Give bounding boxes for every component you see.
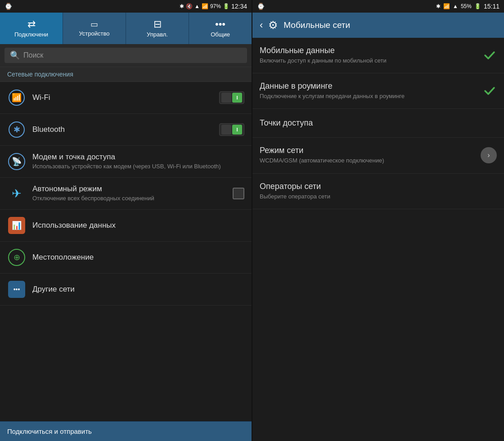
back-button[interactable]: ‹ bbox=[260, 19, 263, 31]
connections-icon: ⇄ bbox=[27, 19, 36, 29]
data-square: 📊 bbox=[8, 217, 25, 234]
bottom-bar[interactable]: Подключиться и отправить bbox=[0, 421, 252, 441]
location-icon-wrap: ⊕ bbox=[7, 248, 26, 267]
right-battery-percent: 55% bbox=[461, 3, 472, 9]
datausage-icon: 📊 bbox=[12, 220, 22, 230]
signal-bars-icon: 📶 bbox=[202, 3, 208, 9]
tab-manage-label: Управл. bbox=[147, 31, 168, 38]
accesspoints-item[interactable]: Точки доступа bbox=[252, 109, 504, 138]
wifi-toggle[interactable]: I bbox=[219, 91, 244, 104]
location-circle: ⊕ bbox=[8, 249, 25, 266]
wifi-title: Wi-Fi bbox=[32, 93, 219, 102]
tab-general-label: Общие bbox=[211, 31, 230, 38]
othernets-icon: ••• bbox=[14, 286, 20, 293]
right-header: ‹ ⚙ Мобильные сети bbox=[252, 13, 504, 38]
modem-text: Модем и точка доступа Использовать устро… bbox=[32, 153, 244, 171]
airplane-icon: ✈ bbox=[12, 187, 22, 201]
location-item[interactable]: ⊕ Местоположение bbox=[0, 242, 252, 274]
bluetooth-title: Bluetooth bbox=[32, 125, 219, 134]
modem-icon: 📡 bbox=[12, 157, 22, 166]
location-title: Местоположение bbox=[32, 253, 244, 262]
settings-gear-icon: ⚙ bbox=[268, 19, 278, 32]
networkmode-chevron[interactable]: › bbox=[481, 147, 497, 163]
accesspoints-title: Точки доступа bbox=[260, 118, 497, 128]
wifi-icon: 📶 bbox=[12, 93, 22, 103]
airplane-checkbox[interactable] bbox=[233, 188, 244, 199]
datausage-title: Использование данных bbox=[32, 221, 244, 230]
mute-icon: 🔇 bbox=[186, 3, 193, 9]
wifi-icon-wrap: 📶 bbox=[7, 88, 26, 107]
right-signal-icon: ▲ bbox=[453, 3, 458, 9]
search-bar: 🔍 bbox=[0, 44, 252, 67]
bluetooth-icon-wrap: ✱ bbox=[7, 120, 26, 139]
airplane-text: Автономный режим Отключение всех беспров… bbox=[32, 184, 233, 202]
othernets-icon-wrap: ••• bbox=[7, 280, 26, 299]
othernets-item[interactable]: ••• Другие сети bbox=[0, 274, 252, 306]
modem-item[interactable]: 📡 Модем и точка доступа Использовать уст… bbox=[0, 146, 252, 178]
roaming-subtitle: Подключение к услугам передачи данных в … bbox=[260, 92, 482, 100]
networkmode-subtitle: WCDMA/GSM (автоматическое подключение) bbox=[260, 157, 481, 165]
wifi-circle: 📶 bbox=[9, 90, 25, 106]
networkmode-title: Режим сети bbox=[260, 146, 481, 155]
status-bar-left-icons: ⌚ bbox=[4, 3, 12, 10]
left-time: 12:34 bbox=[231, 3, 247, 10]
modem-subtitle: Использовать устройство как модем (через… bbox=[32, 162, 244, 171]
mobiledata-item[interactable]: Мобильные данные Включить доступ к данны… bbox=[252, 38, 504, 73]
networkmode-text: Режим сети WCDMA/GSM (автоматическое под… bbox=[260, 146, 481, 165]
bottom-bar-text: Подключиться и отправить bbox=[7, 428, 92, 435]
airplane-icon-wrap: ✈ bbox=[7, 184, 26, 203]
operators-text: Операторы сети Выберите оператора сети bbox=[260, 182, 497, 201]
tab-manage[interactable]: ⊟ Управл. bbox=[126, 13, 189, 44]
wifi-text: Wi-Fi bbox=[32, 93, 219, 102]
bluetooth-item[interactable]: ✱ Bluetooth I bbox=[0, 114, 252, 146]
location-icon: ⊕ bbox=[14, 252, 20, 262]
search-input[interactable] bbox=[23, 51, 242, 59]
airplane-item[interactable]: ✈ Автономный режим Отключение всех беспр… bbox=[0, 178, 252, 210]
right-status-left: ⌚ bbox=[257, 2, 265, 10]
datausage-text: Использование данных bbox=[32, 221, 244, 230]
tab-device[interactable]: ▭ Устройство bbox=[63, 13, 126, 44]
status-bar-right-icons: ✱ 🔇 ▲ 📶 97% 🔋 12:34 bbox=[180, 3, 247, 10]
networkmode-item[interactable]: Режим сети WCDMA/GSM (автоматическое под… bbox=[252, 138, 504, 173]
airplane-title: Автономный режим bbox=[32, 184, 233, 194]
right-bt-icon: ✱ bbox=[436, 3, 441, 9]
right-header-title: Мобильные сети bbox=[284, 20, 350, 30]
roaming-item[interactable]: Данные в роуминге Подключение к услугам … bbox=[252, 73, 504, 109]
tab-connections-label: Подключени bbox=[14, 31, 48, 38]
right-battery-icon: 🔋 bbox=[474, 3, 481, 9]
bluetooth-status-icon: ✱ bbox=[180, 3, 184, 9]
tab-device-label: Устройство bbox=[79, 30, 109, 37]
datausage-item[interactable]: 📊 Использование данных bbox=[0, 210, 252, 242]
mobiledata-checkmark bbox=[482, 48, 497, 63]
operators-title: Операторы сети bbox=[260, 182, 497, 191]
more-square: ••• bbox=[8, 281, 25, 298]
battery-percent: 97% bbox=[210, 3, 221, 9]
datausage-icon-wrap: 📊 bbox=[7, 216, 26, 235]
battery-icon: 🔋 bbox=[223, 3, 230, 9]
location-text: Местоположение bbox=[32, 253, 244, 262]
othernets-title: Другие сети bbox=[32, 285, 244, 294]
right-time: 15:11 bbox=[484, 3, 500, 10]
operators-item[interactable]: Операторы сети Выберите оператора сети bbox=[252, 174, 504, 209]
wifi-item[interactable]: 📶 Wi-Fi I bbox=[0, 82, 252, 114]
mobiledata-subtitle: Включить доступ к данным по мобильной се… bbox=[260, 57, 482, 65]
right-settings-list: Мобильные данные Включить доступ к данны… bbox=[252, 38, 504, 441]
left-settings-list: 📶 Wi-Fi I ✱ Bluetooth I bbox=[0, 82, 252, 421]
tab-connections[interactable]: ⇄ Подключени bbox=[0, 13, 63, 44]
modem-title: Модем и точка доступа bbox=[32, 153, 244, 162]
bluetooth-toggle[interactable]: I bbox=[219, 123, 244, 136]
bluetooth-text: Bluetooth bbox=[32, 125, 219, 134]
right-status-right: ✱ 📶 ▲ 55% 🔋 15:11 bbox=[436, 3, 500, 10]
roaming-title: Данные в роуминге bbox=[260, 81, 482, 91]
modem-icon-wrap: 📡 bbox=[7, 152, 26, 171]
airplane-subtitle: Отключение всех беспроводных соединений bbox=[32, 194, 233, 202]
bt-circle: ✱ bbox=[9, 122, 25, 138]
bluetooth-icon: ✱ bbox=[14, 125, 20, 135]
modem-circle: 📡 bbox=[8, 153, 25, 170]
accesspoints-text: Точки доступа bbox=[260, 118, 497, 128]
search-input-wrap[interactable]: 🔍 bbox=[4, 48, 247, 63]
othernets-text: Другие сети bbox=[32, 285, 244, 294]
roaming-text: Данные в роуминге Подключение к услугам … bbox=[260, 81, 482, 100]
mobiledata-title: Мобильные данные bbox=[260, 46, 482, 55]
tab-general[interactable]: ••• Общие bbox=[189, 13, 252, 44]
